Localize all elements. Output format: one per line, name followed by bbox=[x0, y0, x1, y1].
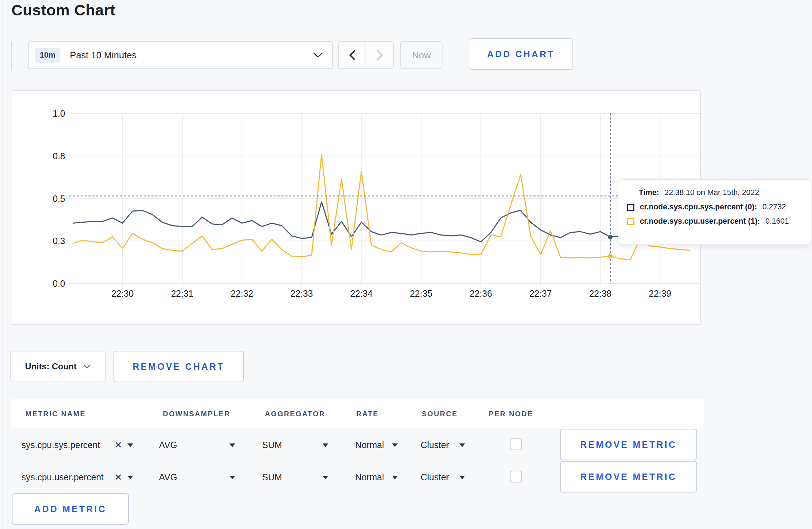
rate-select[interactable]: Normal bbox=[355, 429, 384, 461]
units-label: Units: Count bbox=[25, 361, 77, 372]
metric-row: sys.cpu.sys.percent ✕ AVG SUM Normal Clu… bbox=[11, 429, 704, 461]
downsampler-caret-icon[interactable] bbox=[229, 443, 235, 447]
source-caret-icon[interactable] bbox=[459, 443, 465, 447]
tooltip-time-label: Time: bbox=[639, 188, 659, 197]
y-grid: 0.00.30.50.81.0 bbox=[53, 108, 699, 288]
col-header-aggregator: AGGREGATOR bbox=[265, 399, 325, 428]
series-swatch-user bbox=[627, 218, 634, 225]
svg-text:0.3: 0.3 bbox=[53, 236, 65, 246]
prev-time-button[interactable] bbox=[339, 42, 366, 68]
svg-text:22:37: 22:37 bbox=[530, 288, 552, 299]
tooltip-time-value: 22:38:10 on Mar 15th, 2022 bbox=[664, 188, 759, 197]
svg-text:1.0: 1.0 bbox=[53, 108, 65, 118]
downsampler-caret-icon[interactable] bbox=[229, 476, 235, 479]
metric-caret-icon[interactable] bbox=[127, 476, 133, 479]
time-range-dropdown[interactable]: 10m Past 10 Minutes bbox=[28, 41, 333, 69]
tooltip-series-value: 0.2732 bbox=[762, 203, 786, 212]
tooltip-series-name: cr.node.sys.cpu.sys.percent (0): bbox=[640, 203, 757, 212]
remove-metric-button[interactable]: REMOVE METRIC bbox=[560, 461, 697, 492]
source-caret-icon[interactable] bbox=[459, 476, 465, 479]
time-range-label: Past 10 Minutes bbox=[70, 50, 136, 61]
toolbar-divider bbox=[11, 42, 12, 71]
svg-text:0.8: 0.8 bbox=[53, 151, 65, 161]
hover-dot-1 bbox=[608, 254, 613, 258]
svg-text:22:36: 22:36 bbox=[470, 288, 492, 299]
tooltip-series-name: cr.node.sys.cpu.user.percent (1): bbox=[640, 217, 760, 226]
svg-text:0.5: 0.5 bbox=[53, 194, 65, 204]
svg-text:22:35: 22:35 bbox=[410, 288, 432, 299]
svg-text:22:38: 22:38 bbox=[589, 288, 612, 299]
col-header-metric-name: METRIC NAME bbox=[25, 399, 86, 428]
time-range-badge: 10m bbox=[35, 48, 60, 63]
rate-caret-icon[interactable] bbox=[392, 443, 398, 447]
svg-text:22:30: 22:30 bbox=[111, 288, 134, 299]
svg-text:22:34: 22:34 bbox=[350, 288, 373, 299]
col-header-downsampler: DOWNSAMPLER bbox=[163, 399, 231, 428]
series-line-0 bbox=[73, 202, 690, 242]
metric-name-select[interactable]: sys.cpu.user.percent bbox=[21, 461, 103, 493]
metric-name-select[interactable]: sys.cpu.sys.percent bbox=[21, 429, 100, 461]
aggregator-caret-icon[interactable] bbox=[323, 443, 328, 447]
add-metric-button[interactable]: ADD METRIC bbox=[12, 493, 129, 525]
col-header-source: SOURCE bbox=[422, 399, 458, 428]
svg-text:22:33: 22:33 bbox=[290, 288, 313, 299]
hover-dot-0 bbox=[608, 235, 613, 239]
aggregator-select[interactable]: SUM bbox=[262, 461, 282, 493]
line-chart[interactable]: 0.00.30.50.81.022:3022:3122:3222:3322:34… bbox=[11, 91, 700, 324]
chevron-down-icon bbox=[313, 52, 323, 58]
aggregator-caret-icon[interactable] bbox=[323, 476, 328, 479]
col-header-rate: RATE bbox=[356, 399, 379, 428]
source-select[interactable]: Cluster bbox=[421, 461, 449, 493]
time-nav-group bbox=[338, 41, 394, 69]
chart-card: 0.00.30.50.81.022:3022:3122:3222:3322:34… bbox=[11, 90, 701, 325]
left-edge-divider bbox=[2, 0, 3, 529]
rate-select[interactable]: Normal bbox=[355, 461, 384, 493]
svg-text:22:32: 22:32 bbox=[231, 288, 253, 299]
x-grid: 22:3022:3122:3222:3322:3422:3522:3622:37… bbox=[111, 113, 671, 299]
add-chart-button[interactable]: ADD CHART bbox=[469, 38, 573, 70]
chevron-left-icon bbox=[348, 49, 356, 61]
custom-chart-page: Custom Chart 10m Past 10 Minutes Now ADD… bbox=[0, 0, 812, 529]
rate-caret-icon[interactable] bbox=[392, 476, 398, 479]
downsampler-select[interactable]: AVG bbox=[159, 461, 177, 493]
page-title: Custom Chart bbox=[11, 1, 115, 19]
chevron-right-icon bbox=[376, 49, 384, 61]
col-header-per-node: PER NODE bbox=[489, 399, 533, 428]
aggregator-select[interactable]: SUM bbox=[262, 429, 282, 461]
next-time-button[interactable] bbox=[366, 42, 393, 68]
now-button[interactable]: Now bbox=[400, 41, 443, 69]
downsampler-select[interactable]: AVG bbox=[159, 429, 177, 461]
svg-text:0.0: 0.0 bbox=[53, 278, 65, 288]
svg-text:22:39: 22:39 bbox=[649, 288, 671, 299]
source-select[interactable]: Cluster bbox=[421, 429, 449, 461]
metric-row: sys.cpu.user.percent ✕ AVG SUM Normal Cl… bbox=[11, 461, 704, 493]
per-node-checkbox[interactable] bbox=[510, 471, 522, 482]
chevron-down-icon bbox=[83, 364, 91, 369]
remove-chart-button[interactable]: REMOVE CHART bbox=[113, 351, 244, 382]
chart-tooltip: Time: 22:38:10 on Mar 15th, 2022 cr.node… bbox=[618, 179, 811, 245]
remove-metric-button[interactable]: REMOVE METRIC bbox=[560, 429, 697, 460]
units-dropdown[interactable]: Units: Count bbox=[10, 351, 106, 382]
tooltip-series-value: 0.1601 bbox=[765, 217, 789, 226]
metric-caret-icon[interactable] bbox=[127, 443, 133, 447]
clear-metric-icon[interactable]: ✕ bbox=[115, 461, 122, 493]
series-line-1 bbox=[73, 154, 690, 260]
svg-text:22:31: 22:31 bbox=[171, 288, 194, 299]
per-node-checkbox[interactable] bbox=[510, 438, 522, 450]
clear-metric-icon[interactable]: ✕ bbox=[115, 429, 122, 461]
metrics-table-header: METRIC NAME DOWNSAMPLER AGGREGATOR RATE … bbox=[11, 399, 704, 428]
series-swatch-sys bbox=[627, 204, 634, 211]
